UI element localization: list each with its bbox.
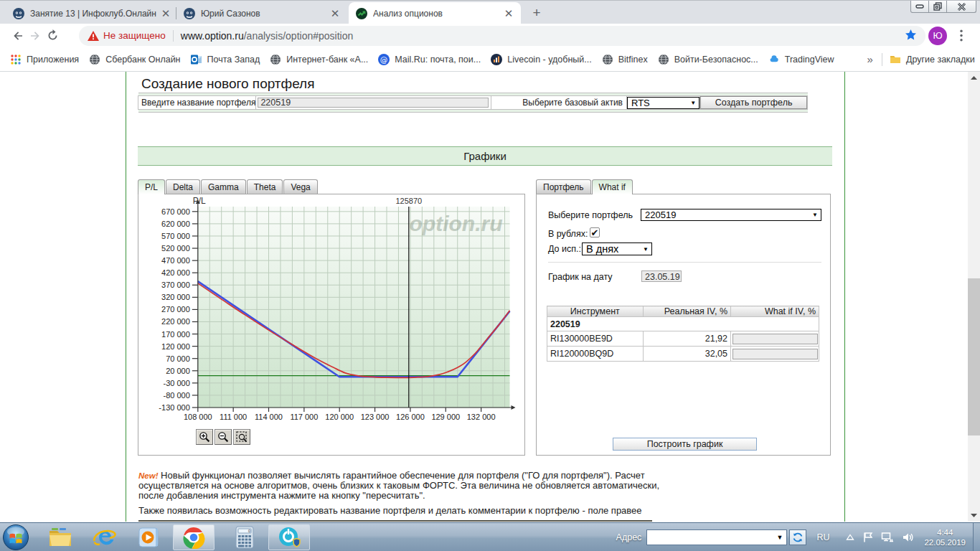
language-indicator[interactable]: RU — [816, 532, 829, 542]
svg-text:620 000: 620 000 — [161, 220, 190, 228]
charts-section-header: Графики — [138, 146, 832, 166]
forward-button[interactable] — [27, 27, 44, 45]
minimize-button[interactable] — [910, 1, 929, 13]
bookmark-item[interactable]: @ Mail.Ru: почта, пои... — [378, 54, 481, 65]
tray-action-center-icon[interactable] — [862, 532, 873, 543]
rub-label: В рублях: — [548, 229, 588, 239]
bookmark-label: Войти-Безопаснос... — [674, 55, 758, 65]
tab-whatif[interactable]: What if — [592, 179, 633, 194]
other-bookmarks[interactable]: Другие закладки — [890, 54, 975, 65]
reload-button[interactable] — [44, 27, 61, 45]
tab-yuriy[interactable]: Юрий Сазонов ✕ — [176, 2, 347, 24]
browser-menu-icon[interactable] — [954, 29, 969, 43]
asset-label: Выберите базовый актив — [491, 96, 627, 110]
taskbar-chrome-button[interactable] — [173, 524, 215, 550]
close-button[interactable] — [946, 1, 976, 13]
tab-delta[interactable]: Delta — [166, 179, 200, 194]
tab-gamma[interactable]: Gamma — [201, 179, 246, 194]
mailru-icon: @ — [378, 54, 390, 65]
svg-text:570 000: 570 000 — [161, 232, 190, 240]
bookmark-item[interactable]: Livecoin - удобный... — [491, 54, 592, 65]
taskbar-wmp-icon[interactable] — [135, 524, 164, 551]
tray-volume-icon[interactable] — [902, 532, 914, 543]
instruments-table: Инструмент Реальная IV, % What if IV, % … — [547, 306, 819, 362]
whatif-iv-input[interactable] — [732, 334, 818, 344]
bookmark-item[interactable]: TradingView — [768, 54, 834, 65]
tab-strip: Занятие 13 | Инфоклуб.Онлайн ✕ Юрий Сазо… — [0, 0, 980, 24]
profile-avatar[interactable]: Ю — [928, 27, 947, 45]
bookmarks-overflow-chevron[interactable]: » — [867, 53, 873, 65]
address-dropdown-arrow[interactable]: ▼ — [776, 534, 783, 541]
table-row: RI130000BE9D 21,92 — [547, 331, 819, 347]
new-tab-button[interactable]: + — [529, 6, 544, 21]
bookmark-item[interactable]: Интернет-банк «А... — [270, 54, 368, 65]
tray-network-icon[interactable] — [881, 532, 894, 543]
security-warning[interactable]: Не защищено — [88, 30, 166, 41]
taskbar-calculator-icon[interactable]: 0 — [230, 524, 259, 551]
bookmark-item[interactable]: Войти-Безопаснос... — [658, 54, 758, 65]
taskbar-clock[interactable]: 4:44 22.05.2019 — [924, 527, 966, 547]
bookmark-item[interactable]: Bitfinex — [602, 54, 648, 65]
bookmark-star-icon[interactable] — [905, 29, 917, 43]
address-toolbar-input[interactable]: ▼ — [646, 529, 787, 545]
scrollbar-down-arrow[interactable] — [968, 509, 980, 522]
zoom-in-button[interactable] — [196, 429, 213, 445]
apps-shortcut[interactable]: Приложения — [10, 54, 79, 65]
taskbar-app-button[interactable] — [268, 524, 310, 550]
url-path: /analysis/option#position — [244, 30, 354, 42]
clock-time: 4:44 — [924, 527, 966, 537]
whatif-cell — [731, 347, 819, 362]
asset-select[interactable]: RTS ▼ — [627, 97, 699, 109]
tab-analiz-opcionov[interactable]: Анализ опционов ✕ — [349, 2, 521, 24]
tab-zanyatie[interactable]: Занятие 13 | Инфоклуб.Онлайн ✕ — [6, 2, 178, 24]
globe-icon — [270, 54, 281, 65]
chart-date-input[interactable]: 23.05.19 — [641, 270, 682, 282]
bookmark-label: Bitfinex — [618, 55, 648, 65]
apps-label: Приложения — [27, 55, 79, 65]
tab-title: Юрий Сазонов — [201, 9, 327, 19]
svg-text:170 000: 170 000 — [161, 330, 190, 339]
portfolio-select[interactable]: 220519 ▼ — [641, 209, 821, 221]
svg-text:470 000: 470 000 — [161, 256, 190, 265]
create-portfolio-button[interactable]: Создать портфель — [700, 96, 807, 109]
tab-portfolio[interactable]: Портфель — [536, 179, 591, 194]
portfolio-group-row: 220519 — [547, 317, 819, 331]
portfolio-name-input[interactable]: 220519 — [258, 98, 489, 108]
tab-pl[interactable]: P/L — [138, 179, 165, 194]
zoom-reset-button[interactable] — [233, 429, 250, 445]
tab-close-icon[interactable]: ✕ — [160, 8, 171, 19]
zoom-out-button[interactable] — [215, 429, 232, 445]
portfolio-select-value: 220519 — [645, 209, 676, 220]
table-row: RI120000BQ9D 32,05 — [547, 347, 819, 362]
tab-close-icon[interactable]: ✕ — [503, 8, 514, 19]
tab-theta[interactable]: Theta — [247, 179, 283, 194]
security-label: Не защищено — [103, 30, 166, 41]
svg-text:270 000: 270 000 — [161, 305, 190, 314]
real-iv-value: 21,92 — [643, 331, 730, 347]
bookmark-item[interactable]: Сбербанк Онлайн — [89, 54, 180, 65]
scrollbar-thumb[interactable] — [968, 278, 980, 435]
omnibox[interactable]: Не защищено www.option.ru/analysis/optio… — [79, 26, 925, 46]
table-header-row: Инструмент Реальная IV, % What if IV, % — [547, 306, 819, 317]
build-chart-button[interactable]: Построить график — [613, 438, 757, 451]
rub-checkbox[interactable]: ✔ — [590, 227, 600, 237]
days-select[interactable]: В днях ▼ — [582, 242, 652, 255]
tab-title: Анализ опционов — [373, 9, 499, 19]
start-button[interactable] — [1, 524, 30, 551]
svg-text:420 000: 420 000 — [161, 268, 190, 277]
browser-scrollbar[interactable] — [968, 72, 980, 522]
bookmark-item[interactable]: Почта Запад — [191, 54, 260, 65]
globe-icon — [602, 54, 613, 65]
scrollbar-up-arrow[interactable] — [968, 72, 980, 84]
taskbar-ie-icon[interactable] — [90, 524, 119, 551]
show-desktop-button[interactable] — [973, 523, 980, 551]
address-go-button[interactable] — [789, 529, 806, 545]
back-button[interactable] — [9, 27, 27, 45]
whatif-iv-input[interactable] — [732, 349, 818, 359]
tab-close-icon[interactable]: ✕ — [329, 8, 341, 19]
taskbar-explorer-icon[interactable] — [46, 524, 75, 551]
tab-vega[interactable]: Vega — [283, 179, 317, 194]
tray-hidden-icons[interactable] — [846, 534, 854, 541]
restore-button[interactable] — [928, 1, 947, 13]
omnibox-separator — [173, 30, 174, 42]
